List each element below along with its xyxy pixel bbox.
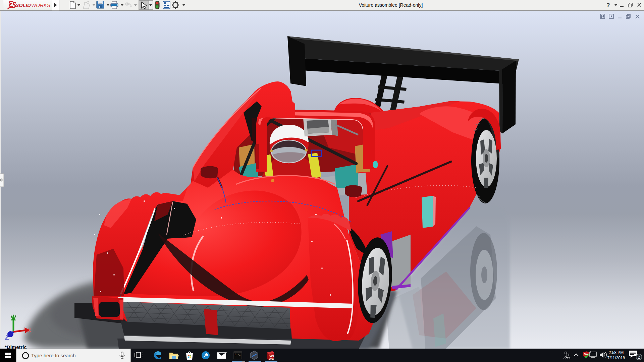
svg-text:2017: 2017 xyxy=(269,358,274,360)
svg-text:2: 2 xyxy=(638,355,640,360)
svg-text:C:\_: C:\_ xyxy=(235,353,241,356)
svg-text:WORKS: WORKS xyxy=(31,2,50,8)
svg-text:SOLID: SOLID xyxy=(15,2,31,8)
